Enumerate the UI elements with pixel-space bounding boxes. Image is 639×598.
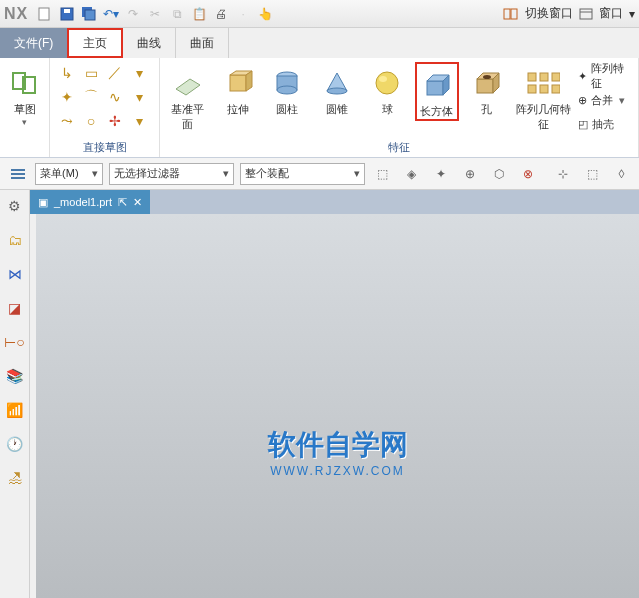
- copy-icon[interactable]: ⧉: [168, 5, 186, 23]
- window-dropdown-icon[interactable]: ▾: [629, 7, 635, 21]
- document-tab-strip: ▣ _model1.prt ⇱ ✕: [30, 190, 639, 214]
- move-icon[interactable]: ✢: [104, 110, 126, 132]
- shell-icon: ◰: [578, 118, 588, 131]
- svg-rect-7: [580, 9, 592, 19]
- switch-window-icon[interactable]: [503, 7, 519, 21]
- sel-tool-3-icon[interactable]: ✦: [430, 162, 453, 186]
- tab-close-icon[interactable]: ✕: [133, 196, 142, 209]
- more3-icon[interactable]: ▾: [128, 110, 150, 132]
- more-icon[interactable]: ▾: [128, 62, 150, 84]
- selection-bar: 菜单(M)▾ 无选择过滤器▾ 整个装配▾ ⬚ ◈ ✦ ⊕ ⬡ ⊗ ⊹ ⬚ ◊: [0, 158, 639, 190]
- selection-scope-combo[interactable]: 整个装配▾: [240, 163, 365, 185]
- window-label[interactable]: 窗口: [599, 5, 623, 22]
- svg-rect-2: [64, 9, 70, 13]
- redo-icon[interactable]: ↷: [124, 5, 142, 23]
- studio-icon[interactable]: ⤳: [56, 110, 78, 132]
- tab-popout-icon[interactable]: ⇱: [118, 196, 127, 209]
- svg-rect-12: [230, 75, 246, 91]
- ribbon: 草图 ▾ ↳ ▭ ／ ▾ ✦ ⌒ ∿ ▾ ⤳ ○ ✢ ▾ 直接草图: [0, 58, 639, 158]
- file-menu[interactable]: 文件(F): [0, 28, 67, 58]
- arc-icon[interactable]: ⌒: [80, 86, 102, 108]
- unite-icon: ⊕: [578, 94, 587, 107]
- svg-marker-11: [176, 79, 200, 95]
- svg-rect-22: [427, 81, 443, 95]
- tab-surface[interactable]: 曲面: [176, 28, 229, 58]
- watermark: 软件自学网 WWW.RJZXW.COM: [268, 426, 408, 478]
- svg-rect-30: [540, 73, 548, 81]
- menu-bar: 文件(F) 主页 曲线 曲面: [0, 28, 639, 58]
- constraint-navigator-icon[interactable]: ⋈: [5, 264, 25, 284]
- line-icon[interactable]: ／: [104, 62, 126, 84]
- quick-access-toolbar: ↶▾ ↷ ✂ ⧉ 📋 🖨 · 👆: [36, 5, 274, 23]
- group-direct-sketch: ↳ ▭ ／ ▾ ✦ ⌒ ∿ ▾ ⤳ ○ ✢ ▾ 直接草图: [50, 58, 160, 157]
- svg-rect-31: [552, 73, 560, 81]
- window-icon[interactable]: [579, 8, 593, 20]
- print-icon[interactable]: 🖨: [212, 5, 230, 23]
- title-bar: NX ↶▾ ↷ ✂ ⧉ 📋 🖨 · 👆 切换窗口 窗口 ▾: [0, 0, 639, 28]
- svg-rect-25: [477, 79, 493, 93]
- sel-tool-4-icon[interactable]: ⊕: [459, 162, 482, 186]
- history-icon[interactable]: 📚: [5, 366, 25, 386]
- part-navigator-icon[interactable]: 🗂: [5, 230, 25, 250]
- svg-rect-32: [528, 85, 536, 93]
- gear-icon[interactable]: ⚙: [5, 196, 25, 216]
- save-all-icon[interactable]: [80, 5, 98, 23]
- selection-filter-combo[interactable]: 无选择过滤器▾: [109, 163, 234, 185]
- sketch-button[interactable]: 草图 ▾: [6, 62, 43, 127]
- cut-icon[interactable]: ✂: [146, 5, 164, 23]
- undo-icon[interactable]: ↶▾: [102, 5, 120, 23]
- block-button[interactable]: 长方体: [415, 62, 459, 121]
- profile-icon[interactable]: ↳: [56, 62, 78, 84]
- snap-3-icon[interactable]: ◊: [610, 162, 633, 186]
- clock-icon[interactable]: 🕐: [5, 434, 25, 454]
- svg-point-28: [483, 75, 491, 79]
- unite-button[interactable]: ⊕ 合并▾: [578, 90, 632, 110]
- part-icon: ▣: [38, 196, 48, 209]
- new-icon[interactable]: [36, 5, 54, 23]
- group-sketch: 草图 ▾: [0, 58, 50, 157]
- sphere-button[interactable]: 球: [365, 62, 409, 117]
- sel-tool-2-icon[interactable]: ◈: [400, 162, 423, 186]
- spline-icon[interactable]: ∿: [104, 86, 126, 108]
- svg-marker-14: [246, 71, 252, 91]
- sel-tool-1-icon[interactable]: ⬚: [371, 162, 394, 186]
- datum-plane-button[interactable]: 基准平面: [166, 62, 210, 132]
- more2-icon[interactable]: ▾: [128, 86, 150, 108]
- app-logo: NX: [4, 5, 28, 23]
- graphics-canvas[interactable]: 软件自学网 WWW.RJZXW.COM: [30, 214, 639, 598]
- svg-rect-0: [39, 8, 49, 20]
- switch-window-label[interactable]: 切换窗口: [525, 5, 573, 22]
- svg-point-19: [327, 88, 347, 94]
- svg-rect-34: [552, 85, 560, 93]
- cylinder-button[interactable]: 圆柱: [266, 62, 310, 117]
- svg-point-20: [376, 72, 398, 94]
- assembly-navigator-icon[interactable]: ◪: [5, 298, 25, 318]
- menu-toggle-icon[interactable]: [6, 162, 29, 186]
- sel-tool-5-icon[interactable]: ⬡: [488, 162, 511, 186]
- web-browser-icon[interactable]: 📶: [5, 400, 25, 420]
- save-icon[interactable]: [58, 5, 76, 23]
- group-feature: 基准平面 拉伸 圆柱 圆锥 球 长方体: [160, 58, 639, 157]
- circle-icon[interactable]: ○: [80, 110, 102, 132]
- snap-2-icon[interactable]: ⬚: [581, 162, 604, 186]
- rectangle-icon[interactable]: ▭: [80, 62, 102, 84]
- tab-curve[interactable]: 曲线: [123, 28, 176, 58]
- menu-dropdown[interactable]: 菜单(M)▾: [35, 163, 103, 185]
- cone-button[interactable]: 圆锥: [315, 62, 359, 117]
- hole-button[interactable]: 孔: [465, 62, 509, 117]
- sep: ·: [234, 5, 252, 23]
- point-icon[interactable]: ✦: [56, 86, 78, 108]
- tab-home[interactable]: 主页: [67, 28, 123, 58]
- extrude-button[interactable]: 拉伸: [216, 62, 260, 117]
- snap-1-icon[interactable]: ⊹: [552, 162, 575, 186]
- pattern-feature-button[interactable]: ✦ 阵列特征: [578, 66, 632, 86]
- svg-point-17: [277, 86, 297, 94]
- shell-button[interactable]: ◰ 抽壳: [578, 114, 632, 134]
- reuse-library-icon[interactable]: ⊢○: [5, 332, 25, 352]
- document-tab[interactable]: ▣ _model1.prt ⇱ ✕: [30, 190, 150, 214]
- paste-icon[interactable]: 📋: [190, 5, 208, 23]
- touch-icon[interactable]: 👆: [256, 5, 274, 23]
- pattern-geometry-button[interactable]: 阵列几何特征: [515, 62, 572, 132]
- sel-tool-6-icon[interactable]: ⊗: [517, 162, 540, 186]
- roles-icon[interactable]: 🏖: [5, 468, 25, 488]
